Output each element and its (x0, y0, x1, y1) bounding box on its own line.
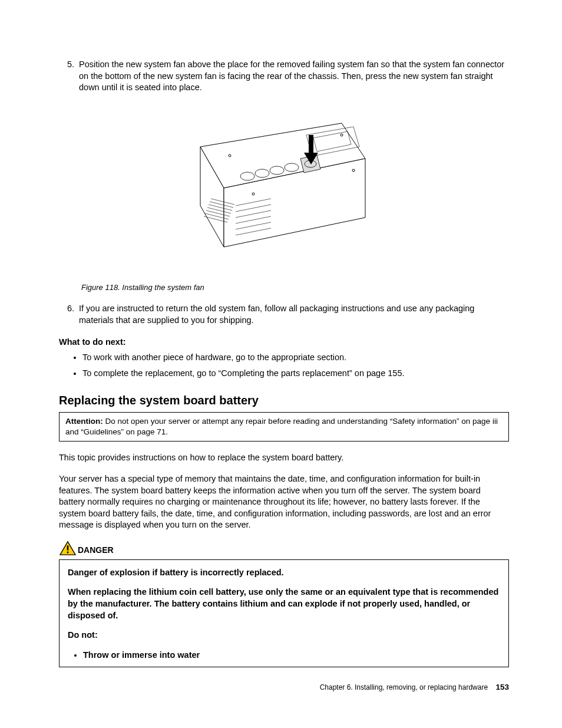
danger-line: Do not: (68, 630, 500, 641)
page-footer: Chapter 6. Installing, removing, or repl… (320, 682, 509, 693)
paragraph: Your server has a special type of memory… (59, 473, 509, 531)
what-next-list: To work with another piece of hardware, … (59, 352, 509, 380)
warning-triangle-icon (59, 541, 77, 556)
danger-line: When replacing the lithium coin cell bat… (68, 587, 500, 621)
svg-rect-31 (67, 545, 69, 550)
step-list: 5. Position the new system fan above the… (59, 59, 509, 94)
step-text: If you are instructed to return the old … (79, 303, 509, 326)
danger-header: DANGER (59, 541, 509, 556)
danger-bullets: Throw or immerse into water (68, 650, 500, 661)
attention-label: Attention: (65, 417, 103, 426)
svg-rect-28 (309, 135, 313, 154)
footer-page-number: 153 (495, 683, 509, 691)
step-number: 6. (59, 303, 79, 326)
figure-illustration (165, 111, 377, 276)
step-6: 6. If you are instructed to return the o… (59, 303, 509, 326)
step-number: 5. (59, 59, 79, 94)
document-page: 5. Position the new system fan above the… (0, 0, 562, 728)
list-item: Throw or immerse into water (83, 650, 500, 661)
svg-rect-32 (67, 551, 69, 553)
section-heading: Replacing the system board battery (59, 393, 509, 409)
attention-box: Attention: Do not open your server or at… (59, 412, 509, 442)
danger-box: Danger of explosion if battery is incorr… (59, 559, 509, 667)
step-text: Position the new system fan above the pl… (79, 59, 509, 94)
footer-chapter: Chapter 6. Installing, removing, or repl… (320, 683, 488, 691)
step-5: 5. Position the new system fan above the… (59, 59, 509, 94)
list-item: To complete the replacement, go to “Comp… (82, 368, 509, 380)
attention-text: Do not open your server or attempt any r… (65, 417, 498, 436)
danger-label: DANGER (78, 545, 114, 556)
what-next-heading: What to do next: (59, 337, 509, 348)
step-list-cont: 6. If you are instructed to return the o… (59, 303, 509, 326)
figure-caption: Figure 118. Installing the system fan (81, 282, 509, 293)
list-item: To work with another piece of hardware, … (82, 352, 509, 364)
server-fan-diagram (165, 111, 377, 276)
danger-line: Danger of explosion if battery is incorr… (68, 567, 500, 579)
paragraph: This topic provides instructions on how … (59, 452, 509, 464)
